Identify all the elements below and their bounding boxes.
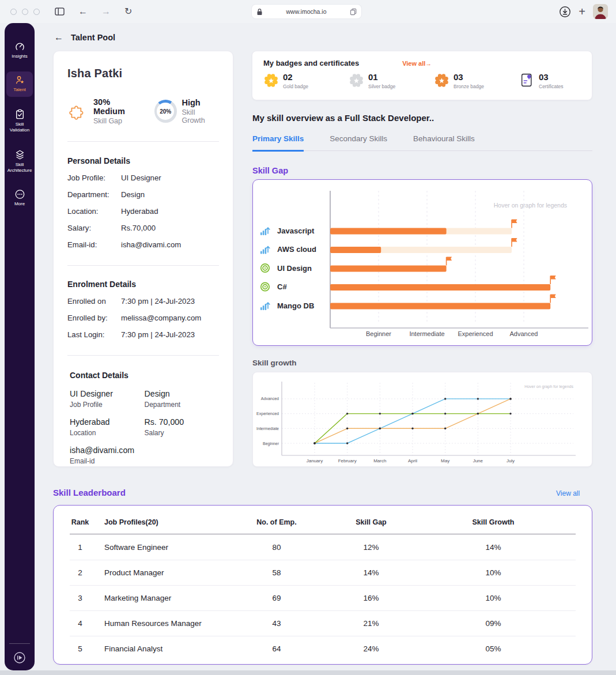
skill-gap-label: Skill Gap bbox=[93, 117, 142, 125]
leaderboard-title: Skill Leaderboard bbox=[53, 488, 126, 497]
data-point[interactable] bbox=[346, 442, 348, 444]
puzzle-icon bbox=[67, 101, 88, 122]
breadcrumb: ← Talent Pool bbox=[54, 32, 115, 43]
skill-gap-value: 30% Medium bbox=[93, 97, 142, 116]
data-point[interactable] bbox=[379, 428, 381, 429]
data-point[interactable] bbox=[379, 413, 381, 414]
sidebar-item-skill-validation[interactable]: Skill Validation bbox=[6, 105, 33, 137]
table-row[interactable]: 1Software Engineer8012%14% bbox=[70, 534, 576, 560]
contact-item: UI DesignerJob Profile bbox=[70, 389, 145, 409]
data-point[interactable] bbox=[444, 398, 446, 399]
skill-overview-title: My skill overview as a Full Stack Develo… bbox=[252, 113, 434, 123]
url-text[interactable]: www.imocha.io bbox=[286, 8, 326, 15]
y-axis-tick: Experienced bbox=[256, 412, 279, 416]
x-axis-tick: Beginner bbox=[366, 330, 391, 337]
skill-gap-section-title: Skill Gap bbox=[252, 166, 288, 175]
app-window: ← → ↻ www.imocha.io + Insights bbox=[0, 0, 616, 675]
sidebar-item-label: Insights bbox=[12, 54, 28, 59]
tab-behavioural-skills[interactable]: Behavioural Skills bbox=[413, 134, 475, 150]
data-point[interactable] bbox=[509, 413, 511, 414]
skill-growth-label: Skill Growth bbox=[182, 108, 220, 125]
skill-bar[interactable] bbox=[330, 284, 550, 291]
skill-bar[interactable] bbox=[330, 266, 447, 272]
forward-icon[interactable]: → bbox=[101, 7, 111, 16]
flag-icon bbox=[512, 238, 517, 242]
table-row[interactable]: 4Human Resources Manager4321%09% bbox=[70, 610, 576, 636]
breadcrumb-back-icon[interactable]: ← bbox=[54, 32, 63, 43]
sidebar-item-talent[interactable]: Talent bbox=[6, 71, 33, 96]
sidebar-item-insights[interactable]: Insights bbox=[6, 38, 33, 63]
detail-row: Salary:Rs.70,000 bbox=[67, 224, 219, 232]
contact-item: Rs. 70,000Salary bbox=[145, 417, 220, 437]
detail-row: Location:Hyderabad bbox=[67, 207, 219, 216]
badges-view-all-link[interactable]: View all→ bbox=[402, 60, 432, 67]
data-point[interactable] bbox=[477, 398, 479, 399]
skill-bar[interactable] bbox=[330, 228, 447, 235]
badge-certificates: 03Certificates bbox=[519, 73, 564, 89]
skill-bar[interactable] bbox=[330, 303, 550, 310]
collapse-play-icon[interactable] bbox=[13, 651, 27, 665]
sidebar-nav: Insights Talent Skill Validation Skill A… bbox=[5, 23, 35, 670]
skill-growth-section-title: Skill growth bbox=[252, 359, 297, 367]
address-bar[interactable]: www.imocha.io bbox=[252, 5, 361, 18]
skill-gap-chart[interactable]: Hover on graph for legendsBeginnerInterm… bbox=[253, 180, 591, 345]
sidebar-item-more[interactable]: More bbox=[6, 186, 33, 210]
bronze-badge-icon bbox=[434, 73, 449, 88]
sidebar-item-label: Skill Architecture bbox=[7, 162, 32, 174]
data-point[interactable] bbox=[346, 428, 348, 429]
badge-bronze: 03Bronze badge bbox=[434, 73, 519, 89]
data-point[interactable] bbox=[444, 413, 446, 414]
table-row[interactable]: 5Financial Analyst6424%05% bbox=[70, 636, 576, 661]
x-axis-tick: Advanced bbox=[510, 330, 538, 337]
new-tab-icon[interactable]: + bbox=[579, 6, 585, 17]
data-point[interactable] bbox=[477, 413, 479, 414]
back-icon[interactable]: ← bbox=[78, 7, 88, 16]
data-point[interactable] bbox=[444, 428, 446, 429]
certificate-icon bbox=[519, 73, 535, 88]
window-minimize-icon[interactable] bbox=[22, 9, 28, 15]
sidebar-divider bbox=[9, 643, 30, 644]
sidebar-toggle-icon[interactable] bbox=[55, 7, 65, 16]
detail-row: Enrolled by:melissa@company.com bbox=[67, 314, 219, 322]
flag-icon bbox=[512, 220, 517, 224]
y-axis-tick: Advanced bbox=[261, 397, 279, 401]
target-icon bbox=[261, 264, 269, 272]
reload-icon[interactable]: ↻ bbox=[124, 7, 132, 16]
sidebar-item-label: Skill Validation bbox=[7, 122, 32, 134]
data-point[interactable] bbox=[509, 398, 511, 399]
browser-toolbar: ← → ↻ www.imocha.io + bbox=[0, 0, 616, 23]
detail-row: Department:Design bbox=[67, 190, 219, 199]
leaderboard-view-all-link[interactable]: View all bbox=[556, 489, 580, 497]
badges-title: My badges and certificates bbox=[263, 59, 359, 67]
divider bbox=[67, 265, 219, 266]
data-point[interactable] bbox=[411, 428, 413, 429]
skill-growth-donut: 20% bbox=[154, 100, 177, 123]
gold-badge-icon bbox=[263, 73, 279, 88]
window-zoom-icon[interactable] bbox=[33, 9, 40, 15]
divider bbox=[67, 355, 219, 356]
x-axis-tick: March bbox=[373, 458, 386, 463]
profile-avatar[interactable] bbox=[593, 4, 608, 19]
skill-growth-chart[interactable]: Hover on graph for legendsBeginnerInterm… bbox=[253, 372, 592, 466]
trend-up-icon bbox=[260, 228, 270, 235]
table-row[interactable]: 2Product Manager5814%10% bbox=[70, 560, 576, 585]
x-axis-tick: June bbox=[473, 458, 483, 463]
flag-icon bbox=[447, 257, 452, 261]
trend-up-icon bbox=[260, 303, 270, 310]
window-close-icon[interactable] bbox=[10, 9, 17, 15]
skill-bar[interactable] bbox=[330, 247, 381, 253]
tab-primary-skills[interactable]: Primary Skills bbox=[252, 134, 304, 152]
table-row[interactable]: 3Marketing Manager6916%10% bbox=[70, 585, 576, 610]
tab-secondary-skills[interactable]: Secondary Skills bbox=[330, 134, 387, 150]
sidebar-item-label: Talent bbox=[13, 87, 25, 93]
data-point[interactable] bbox=[346, 413, 348, 414]
copy-icon[interactable] bbox=[350, 8, 357, 16]
data-point[interactable] bbox=[411, 413, 413, 414]
download-icon[interactable] bbox=[559, 6, 571, 18]
data-point[interactable] bbox=[313, 442, 315, 444]
sidebar-item-skill-architecture[interactable]: Skill Architecture bbox=[6, 146, 33, 178]
y-axis-tick: Intermediate bbox=[256, 427, 279, 431]
skill-label: Mango DB bbox=[277, 301, 314, 310]
profile-card: Isha Patki 30% Medium Skill Gap 20% High… bbox=[53, 51, 233, 467]
window-controls[interactable] bbox=[10, 9, 40, 15]
